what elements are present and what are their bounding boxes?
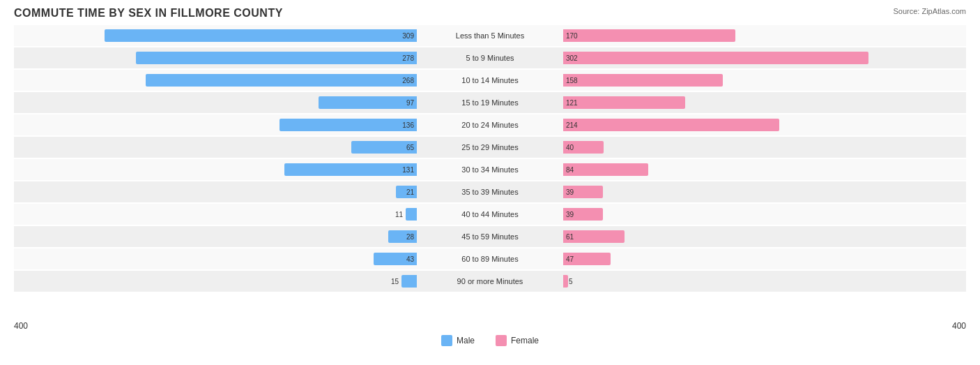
female-bar-value: 302 — [566, 54, 578, 62]
male-bar: 21 — [396, 186, 417, 198]
male-section: 43 — [14, 248, 418, 269]
female-bar: 302 — [563, 52, 868, 64]
female-section: 61 — [562, 226, 966, 247]
chart-row: 1140 to 44 Minutes39 — [14, 204, 966, 225]
male-section: 15 — [14, 271, 418, 292]
male-section: 97 — [14, 92, 418, 113]
legend-female-box — [496, 335, 507, 346]
row-label: 15 to 19 Minutes — [418, 98, 562, 107]
legend-female-label: Female — [511, 336, 539, 345]
male-bar-value: 97 — [406, 99, 414, 107]
male-section: 278 — [14, 47, 418, 68]
female-bar: 39 — [563, 186, 603, 198]
male-section: 65 — [14, 137, 418, 158]
chart-row: 13620 to 24 Minutes214 — [14, 114, 966, 135]
male-bar-value: 136 — [402, 121, 414, 129]
legend-male: Male — [441, 335, 475, 346]
female-section: 40 — [562, 137, 966, 158]
chart-row: 13130 to 34 Minutes84 — [14, 159, 966, 180]
female-bar-value: 39 — [566, 211, 574, 218]
female-bar: 40 — [563, 141, 604, 154]
male-section: 21 — [14, 181, 418, 202]
female-bar-value: 170 — [566, 32, 578, 40]
male-bar: 131 — [284, 163, 417, 176]
female-section: 158 — [562, 70, 966, 91]
axis-labels: 400 400 — [14, 318, 966, 331]
male-bar-value: 278 — [402, 54, 414, 62]
chart-row: 2135 to 39 Minutes39 — [14, 181, 966, 202]
male-bar: 268 — [146, 74, 417, 87]
row-label: 35 to 39 Minutes — [418, 188, 562, 196]
male-bar-value: 268 — [402, 77, 414, 84]
row-label: 10 to 14 Minutes — [418, 76, 562, 84]
male-bar — [401, 275, 417, 288]
male-section: 136 — [14, 114, 418, 135]
male-section: 131 — [14, 159, 418, 180]
female-section: 84 — [562, 159, 966, 180]
male-section: 28 — [14, 226, 418, 247]
female-bar-value: 84 — [566, 166, 574, 174]
male-bar-value: 65 — [406, 144, 414, 151]
row-label: 90 or more Minutes — [418, 277, 562, 285]
chart-row: 309Less than 5 Minutes170 — [14, 25, 966, 46]
legend: Male Female — [14, 335, 966, 346]
chart-row: 1590 or more Minutes5 — [14, 271, 966, 292]
female-bar: 121 — [563, 96, 685, 109]
row-label: 20 to 24 Minutes — [418, 121, 562, 129]
male-bar: 136 — [280, 119, 417, 131]
chart-row: 4360 to 89 Minutes47 — [14, 248, 966, 269]
male-bar-value: 21 — [406, 188, 414, 196]
chart-row: 9715 to 19 Minutes121 — [14, 92, 966, 113]
female-bar: 84 — [563, 163, 648, 176]
source-text: Source: ZipAtlas.com — [893, 7, 966, 15]
chart-area: 309Less than 5 Minutes1702785 to 9 Minut… — [14, 25, 966, 318]
axis-left-label: 400 — [14, 321, 420, 331]
legend-male-label: Male — [457, 336, 475, 345]
female-value-outside: 5 — [569, 278, 573, 285]
row-label: 30 to 34 Minutes — [418, 165, 562, 174]
female-bar-value: 121 — [566, 99, 578, 107]
female-bar: 47 — [563, 253, 611, 265]
female-bar-value: 39 — [566, 188, 574, 196]
legend-male-box — [441, 335, 452, 346]
male-bar: 28 — [388, 230, 417, 243]
male-bar: 97 — [319, 96, 417, 109]
male-bar-value: 28 — [406, 233, 414, 241]
female-bar: 39 — [563, 208, 603, 221]
chart-row: 26810 to 14 Minutes158 — [14, 70, 966, 91]
row-label: 60 to 89 Minutes — [418, 255, 562, 263]
female-bar: 5 — [563, 275, 568, 288]
male-bar: 43 — [374, 253, 417, 265]
row-label: Less than 5 Minutes — [418, 31, 562, 40]
chart-row: 6525 to 29 Minutes40 — [14, 137, 966, 158]
row-label: 40 to 44 Minutes — [418, 210, 562, 218]
female-bar-value: 47 — [566, 255, 574, 263]
male-bar-value: 131 — [402, 166, 414, 174]
female-bar: 170 — [563, 29, 735, 42]
male-bar: 309 — [105, 29, 417, 42]
chart-row: 2845 to 59 Minutes61 — [14, 226, 966, 247]
female-section: 170 — [562, 25, 966, 46]
female-bar: 61 — [563, 230, 625, 243]
female-bar-value: 40 — [566, 144, 574, 151]
female-section: 302 — [562, 47, 966, 68]
legend-female: Female — [496, 335, 539, 346]
female-bar: 214 — [563, 119, 779, 131]
chart-container: COMMUTE TIME BY SEX IN FILLMORE COUNTY S… — [0, 0, 980, 365]
axis-right-label: 400 — [560, 321, 966, 331]
male-bar-value: 309 — [402, 32, 414, 40]
male-section: 268 — [14, 70, 418, 91]
male-bar — [406, 208, 417, 221]
female-section: 47 — [562, 248, 966, 269]
female-bar-value: 214 — [566, 121, 578, 129]
female-section: 39 — [562, 181, 966, 202]
male-value-outside: 15 — [391, 278, 399, 285]
chart-row: 2785 to 9 Minutes302 — [14, 47, 966, 68]
female-section: 5 — [562, 271, 966, 292]
female-section: 39 — [562, 204, 966, 225]
male-bar: 278 — [136, 52, 417, 64]
female-bar-value: 61 — [566, 233, 574, 241]
female-bar: 158 — [563, 74, 723, 87]
male-section: 309 — [14, 25, 418, 46]
male-bar-value: 43 — [406, 255, 414, 263]
